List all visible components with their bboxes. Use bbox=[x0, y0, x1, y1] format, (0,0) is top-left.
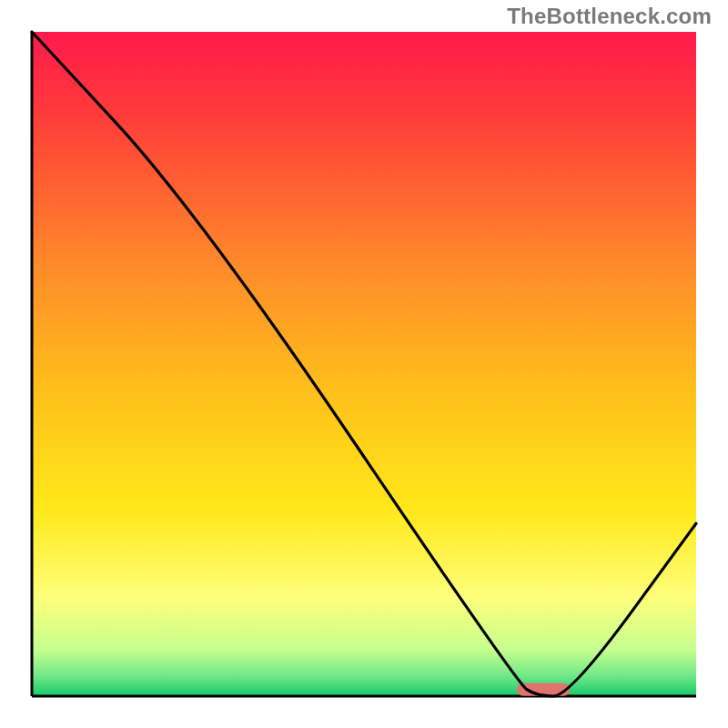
chart-container: TheBottleneck.com bbox=[0, 0, 728, 728]
bottleneck-chart bbox=[0, 0, 728, 728]
plot-background bbox=[32, 32, 696, 696]
watermark-text: TheBottleneck.com bbox=[507, 4, 712, 29]
